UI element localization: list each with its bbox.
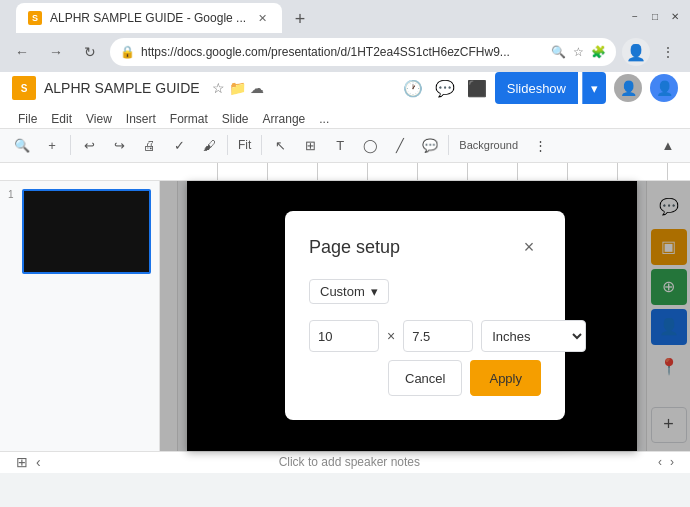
minimize-button[interactable]: − — [628, 9, 642, 23]
slides-menu-row: File Edit View Insert Format Slide Arran… — [12, 110, 678, 128]
tab-close-button[interactable]: ✕ — [254, 10, 270, 26]
profile-button[interactable]: 👤 — [622, 38, 650, 66]
tab-favicon: S — [28, 11, 42, 25]
folder-icon[interactable]: 📁 — [229, 80, 246, 96]
preset-dropdown[interactable]: Custom ▾ — [309, 279, 389, 304]
toolbar-line[interactable]: ╱ — [386, 131, 414, 159]
toolbar-redo[interactable]: ↪ — [105, 131, 133, 159]
history-button[interactable]: 🕐 — [399, 74, 427, 102]
preset-dropdown-icon: ▾ — [371, 284, 378, 299]
comments-button[interactable]: 💬 — [431, 74, 459, 102]
toolbar-spell[interactable]: ✓ — [165, 131, 193, 159]
lock-icon: 🔒 — [120, 45, 135, 59]
ruler-horizontal — [0, 163, 690, 181]
slides-bottom: ⊞ ‹ Click to add speaker notes ‹ › — [0, 451, 690, 473]
dimension-separator: × — [387, 328, 395, 344]
menu-edit[interactable]: Edit — [45, 110, 78, 128]
search-icon[interactable]: 🔍 — [550, 44, 566, 60]
menu-slide[interactable]: Slide — [216, 110, 255, 128]
dimensions-row: × Inches Centimeters Points Pixels — [309, 320, 541, 352]
bookmark-icon[interactable]: ☆ — [570, 44, 586, 60]
maximize-button[interactable]: □ — [648, 9, 662, 23]
notes-placeholder[interactable]: Click to add speaker notes — [279, 455, 420, 469]
toolbar-background[interactable]: Background — [453, 131, 524, 159]
slides-app: S ALPHR SAMPLE GUIDE ☆ 📁 ☁ 🕐 💬 ⬛ Slidesh… — [0, 72, 690, 473]
toolbar-select[interactable]: ⊞ — [296, 131, 324, 159]
bottom-right: ‹ › — [658, 455, 674, 469]
toolbar-more[interactable]: ⋮ — [526, 131, 554, 159]
slides-title-row: S ALPHR SAMPLE GUIDE ☆ 📁 ☁ 🕐 💬 ⬛ Slidesh… — [12, 72, 678, 104]
unit-select[interactable]: Inches Centimeters Points Pixels — [481, 320, 586, 352]
modal-body: Custom ▾ × Inches Centimeters — [309, 279, 541, 352]
present-button[interactable]: ⬛ — [463, 74, 491, 102]
back-button[interactable]: ← — [8, 38, 36, 66]
toolbar-shapes[interactable]: ◯ — [356, 131, 384, 159]
toolbar-collapse[interactable]: ▲ — [654, 131, 682, 159]
forward-button[interactable]: → — [42, 38, 70, 66]
more-button[interactable]: ⋮ — [654, 38, 682, 66]
slideshow-button[interactable]: Slideshow — [495, 72, 578, 104]
toolbar-paint[interactable]: 🖌 — [195, 131, 223, 159]
width-input[interactable] — [309, 320, 379, 352]
slide-panel: 1 — [0, 181, 160, 451]
cloud-icon[interactable]: ☁ — [250, 80, 264, 96]
url-bar[interactable]: 🔒 https://docs.google.com/presentation/d… — [110, 38, 616, 66]
preset-label: Custom — [320, 284, 365, 299]
menu-arrange[interactable]: Arrange — [257, 110, 312, 128]
menu-insert[interactable]: Insert — [120, 110, 162, 128]
new-tab-button[interactable]: + — [286, 5, 314, 33]
modal-header: Page setup × — [309, 235, 541, 259]
star-icon[interactable]: ☆ — [212, 80, 225, 96]
height-input[interactable] — [403, 320, 473, 352]
user-avatar-2[interactable]: 👤 — [650, 74, 678, 102]
slides-title: ALPHR SAMPLE GUIDE — [44, 80, 200, 96]
modal-title: Page setup — [309, 237, 400, 258]
refresh-button[interactable]: ↻ — [76, 38, 104, 66]
next-slide-button[interactable]: › — [670, 455, 674, 469]
slideshow-dropdown-button[interactable]: ▾ — [582, 72, 606, 104]
toolbar-comment[interactable]: 💬 — [416, 131, 444, 159]
slide-thumbnail[interactable] — [22, 189, 151, 274]
toolbar-sep-2 — [227, 135, 228, 155]
toolbar-search[interactable]: 🔍 — [8, 131, 36, 159]
modal-footer: Cancel Apply — [309, 360, 541, 396]
url-text: https://docs.google.com/presentation/d/1… — [141, 45, 544, 59]
slides-toolbar: 🔍 + ↩ ↪ 🖨 ✓ 🖌 Fit ↖ ⊞ T ◯ ╱ 💬 Background… — [0, 129, 690, 163]
slide-number: 1 — [8, 189, 14, 200]
toolbar-undo[interactable]: ↩ — [75, 131, 103, 159]
collapse-panel-icon[interactable]: ‹ — [36, 454, 41, 470]
bottom-left: ⊞ ‹ — [16, 454, 41, 470]
menu-more[interactable]: ... — [313, 110, 335, 128]
toolbar-zoom-label[interactable]: Fit — [232, 136, 257, 154]
slides-header: S ALPHR SAMPLE GUIDE ☆ 📁 ☁ 🕐 💬 ⬛ Slidesh… — [0, 72, 690, 129]
apply-button[interactable]: Apply — [470, 360, 541, 396]
modal-overlay: Page setup × Custom ▾ — [160, 181, 690, 451]
menu-format[interactable]: Format — [164, 110, 214, 128]
address-bar: ← → ↻ 🔒 https://docs.google.com/presenta… — [0, 32, 690, 72]
prev-slide-button[interactable]: ‹ — [658, 455, 662, 469]
slides-logo: S — [12, 76, 36, 100]
toolbar-sep-4 — [448, 135, 449, 155]
toolbar-text[interactable]: T — [326, 131, 354, 159]
extensions-icon[interactable]: 🧩 — [590, 44, 606, 60]
slides-title-icons: ☆ 📁 ☁ — [212, 80, 264, 96]
page-setup-dialog: Page setup × Custom ▾ — [285, 211, 565, 420]
modal-close-button[interactable]: × — [517, 235, 541, 259]
toolbar-sep-3 — [261, 135, 262, 155]
menu-view[interactable]: View — [80, 110, 118, 128]
user-avatar[interactable]: 👤 — [614, 74, 642, 102]
bottom-center: Click to add speaker notes — [49, 455, 650, 469]
title-bar: S ALPHR SAMPLE GUIDE - Google ... ✕ + − … — [0, 0, 690, 32]
browser-chrome: S ALPHR SAMPLE GUIDE - Google ... ✕ + − … — [0, 0, 690, 72]
toolbar-print[interactable]: 🖨 — [135, 131, 163, 159]
tab-title: ALPHR SAMPLE GUIDE - Google ... — [50, 11, 246, 25]
grid-view-icon[interactable]: ⊞ — [16, 454, 28, 470]
toolbar-cursor[interactable]: ↖ — [266, 131, 294, 159]
menu-file[interactable]: File — [12, 110, 43, 128]
toolbar-add[interactable]: + — [38, 131, 66, 159]
browser-tab[interactable]: S ALPHR SAMPLE GUIDE - Google ... ✕ — [16, 3, 282, 33]
window-controls: − □ ✕ — [628, 9, 682, 23]
cancel-button[interactable]: Cancel — [388, 360, 462, 396]
browser-actions: 👤 ⋮ — [622, 38, 682, 66]
close-button[interactable]: ✕ — [668, 9, 682, 23]
